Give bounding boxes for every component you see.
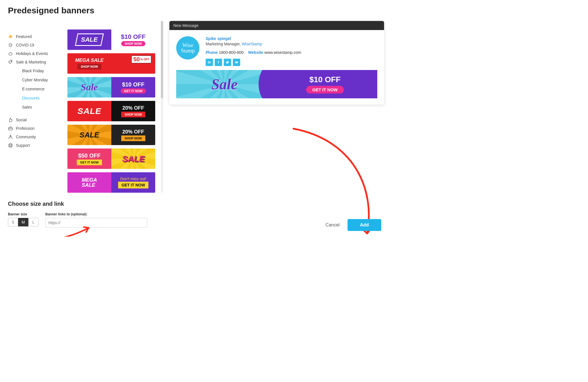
banner-card[interactable]: Sale $10 OFF GET IT NOW (67, 77, 155, 97)
banner-price: 20% OFF (122, 129, 144, 135)
banner-card[interactable]: SALE $10 OFF SHOP NOW (67, 29, 155, 50)
category-list: Featured COVID-19 Holidays & Events (8, 21, 62, 193)
link-label: Banner links to (optional): (45, 212, 155, 216)
svg-point-5 (10, 145, 11, 146)
add-button[interactable]: Add (348, 219, 381, 231)
banner-price: $10 OFF (122, 81, 144, 88)
category-sale-marketing[interactable]: Sale & Marketing (8, 58, 62, 66)
star-icon (8, 34, 13, 39)
banner-text: Sale (211, 76, 237, 93)
category-label: Sale & Marketing (16, 60, 46, 64)
subcategory-sales[interactable]: Sales (22, 103, 62, 112)
preview-banner: Sale $10 OFF GET IT NOW (176, 70, 377, 98)
twitter-icon[interactable] (224, 59, 231, 66)
banner-card[interactable]: $50 OFF GET IT NOW SALE (67, 148, 155, 169)
banner-cta: SHOP NOW (121, 41, 145, 46)
category-label: Holidays & Events (16, 51, 48, 56)
lifebuoy-icon (8, 143, 13, 148)
svg-point-2 (11, 61, 12, 61)
category-label: Featured (16, 34, 32, 39)
banner-text: SALE (81, 36, 98, 43)
company-link[interactable]: WiseStamp (242, 42, 262, 46)
size-label: Banner size (8, 212, 39, 216)
thumb-icon (8, 117, 13, 122)
signature-title: Marketing Manager, WiseStamp (206, 42, 377, 46)
facebook-icon[interactable]: f (215, 59, 222, 66)
category-label: Support (16, 143, 30, 148)
social-row: in f (206, 59, 377, 66)
svg-point-0 (9, 44, 12, 46)
category-covid[interactable]: COVID-19 (8, 41, 62, 49)
pumpkin-icon (8, 51, 13, 56)
virus-icon (8, 43, 13, 48)
subcategory-ecommerce[interactable]: E-commerce (22, 84, 62, 94)
banner-price: 20% OFF (122, 105, 144, 111)
category-profession[interactable]: Profession (8, 124, 62, 133)
banner-card[interactable]: SALE 20% OFF SHOP NOW (67, 101, 155, 121)
category-label: Profession (16, 126, 35, 131)
linkedin-icon[interactable]: in (206, 59, 213, 66)
banner-text: SALE (77, 106, 101, 116)
category-label: Social (16, 118, 27, 122)
banner-discount: 50% OFF (131, 56, 151, 63)
youtube-icon[interactable] (233, 59, 240, 66)
signature-contact: Phone1800-800-800 Websitewww.wisestamp.c… (206, 50, 377, 55)
banner-cta: SHOP NOW (121, 112, 145, 117)
banner-cta: GET IT NOW (77, 160, 102, 165)
community-icon (8, 134, 13, 139)
avatar: Wise Stamp (176, 36, 199, 60)
banner-text: MEGA SALE (75, 58, 103, 63)
category-social[interactable]: Social (8, 116, 62, 124)
preview-header: New Message (169, 21, 384, 30)
choose-heading: Choose size and link (8, 201, 155, 207)
banner-card[interactable]: MEGA SALE SHOP NOW 50% OFF (67, 53, 155, 74)
banner-price: $10 OFF (121, 33, 146, 41)
svg-point-1 (9, 53, 12, 55)
category-label: Community (16, 135, 36, 139)
banner-text: Sale (81, 82, 98, 93)
category-label: COVID-19 (16, 43, 34, 47)
banner-cta: GET IT NOW (118, 182, 148, 188)
banner-cta: SHOP NOW (77, 64, 101, 69)
banner-price: $10 OFF (309, 75, 340, 84)
category-holidays[interactable]: Holidays & Events (8, 49, 62, 58)
banner-cta: SHOP NOW (121, 135, 145, 141)
banner-card[interactable]: MEGASALE Don't miss out! GET IT NOW (67, 172, 155, 193)
banner-cta: GET IT NOW (306, 86, 344, 94)
page-title: Predesigned banners (8, 6, 384, 15)
category-support[interactable]: Support (8, 141, 62, 150)
signature-preview: New Message Wise Stamp Spike spiegel Mar… (169, 21, 384, 105)
banner-tagline: Don't miss out! (120, 177, 146, 181)
svg-rect-3 (8, 128, 12, 130)
banner-text: MEGASALE (82, 177, 97, 188)
subcategory-discounts[interactable]: Discounts (22, 94, 62, 103)
category-featured[interactable]: Featured (8, 32, 62, 41)
briefcase-icon (8, 126, 13, 131)
signature-name: Spike spiegel (206, 36, 377, 41)
banner-text: SALE (80, 131, 99, 139)
cancel-button[interactable]: Cancel (322, 220, 343, 230)
banner-text: SALE (122, 154, 144, 164)
tag-icon (8, 60, 13, 65)
banner-cta: GET IT NOW (121, 88, 146, 94)
category-community[interactable]: Community (8, 133, 62, 141)
subcategory-cyber-monday[interactable]: Cyber Monday (22, 75, 62, 84)
banner-gallery: SALE $10 OFF SHOP NOW MEGA SALE SHOP NOW… (67, 21, 155, 193)
banner-price: $50 OFF (78, 152, 101, 159)
banner-card[interactable]: SALE 20% OFF SHOP NOW (67, 125, 155, 145)
subcategory-black-friday[interactable]: Black Friday (22, 66, 62, 75)
